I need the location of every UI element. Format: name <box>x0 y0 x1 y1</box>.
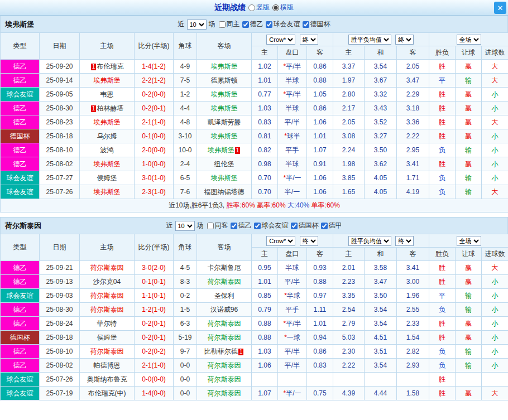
odds-stage-select[interactable]: 终 <box>300 236 318 246</box>
result-goals: 大 <box>482 387 508 400</box>
odds-company-select[interactable]: Crow* <box>266 236 295 246</box>
team-name: 汉诺威96 <box>210 306 238 313</box>
asia-handicap: 平/半 <box>278 345 307 359</box>
home-team: 埃弗斯堡 <box>80 157 135 171</box>
filter-checkbox[interactable] <box>303 21 309 28</box>
match-score: 1-4(0-0) <box>135 387 174 400</box>
result-goals: 小 <box>482 171 508 185</box>
asia-handicap <box>278 373 307 387</box>
corner-count: 1-2 <box>174 88 197 102</box>
result-outcome: 负 <box>429 345 456 359</box>
odds-stage-select[interactable]: 终 <box>300 35 318 45</box>
team-name: 纽伦堡 <box>214 160 234 168</box>
home-team: 荷尔斯泰因 <box>80 289 135 303</box>
col-home: 主场 <box>80 234 135 261</box>
asia-away-odds: 0.83 <box>307 359 333 373</box>
league-badge: 德国杯 <box>1 129 40 143</box>
col-result-handicap: 让球 <box>456 248 482 261</box>
scope-select[interactable]: 全场 <box>457 236 481 246</box>
matches-table-1: 类型 日期 主场 比分(半场) 角球 客场 Crow* 终 胜平负均值 终 全场 <box>0 32 508 213</box>
team-header-2: 荷尔斯泰因 近 10 场 同客德乙球会友谊德国杯德甲 <box>0 217 508 234</box>
match-row: 德乙25-09-21荷尔斯泰因3-0(2-0)4-5卡尔斯鲁厄0.95半球0.9… <box>1 261 508 275</box>
home-team: 埃弗斯堡 <box>80 115 135 129</box>
result-outcome: 胜 <box>429 331 456 345</box>
result-handicap: 赢 <box>456 331 482 345</box>
europe-odds-select[interactable]: 胜平负均值 <box>348 35 391 45</box>
match-date: 25-09-14 <box>40 74 80 88</box>
match-count-select[interactable]: 10 <box>187 20 207 30</box>
summary-row: 近10场,胜6平1负3, 胜率:60% 赢率:60% 大:40% 单率:60% <box>1 199 508 213</box>
filter-同客[interactable]: 同客 <box>207 221 228 230</box>
result-handicap: 赢 <box>456 88 482 102</box>
filter-德乙[interactable]: 德乙 <box>242 20 263 29</box>
away-team: 纽伦堡 <box>197 157 252 171</box>
match-date: 25-09-21 <box>40 261 80 275</box>
filter-checkbox[interactable] <box>321 223 328 229</box>
league-badge: 德乙 <box>1 359 40 373</box>
europe-stage-select[interactable]: 终 <box>395 236 414 246</box>
corner-count: 0-2 <box>174 289 197 303</box>
match-date: 25-08-24 <box>40 317 80 331</box>
team-name: 乌尔姆 <box>97 132 117 140</box>
filter-德甲[interactable]: 德甲 <box>321 221 342 230</box>
filter-label: 球会友谊 <box>262 221 289 230</box>
odds-company-select[interactable]: Crow* <box>266 35 295 45</box>
corner-count: 4-8 <box>174 115 197 129</box>
league-filters: 同主德乙球会友谊德国杯 <box>217 20 330 29</box>
team-name: 埃弗斯堡 <box>211 174 238 182</box>
filter-checkbox[interactable] <box>231 223 237 229</box>
away-team: 汉诺威96 <box>197 303 252 317</box>
home-team: 埃弗斯堡 <box>80 185 135 199</box>
euro-draw-odds: 4.44 <box>365 387 397 400</box>
league-badge: 德乙 <box>1 143 40 157</box>
euro-draw-odds: 4.05 <box>365 185 397 199</box>
close-button[interactable]: ✕ <box>494 2 506 14</box>
corner-count: 4-4 <box>174 102 197 115</box>
filter-checkbox[interactable] <box>219 21 226 28</box>
col-corner: 角球 <box>174 33 197 60</box>
result-handicap: 赢 <box>456 157 482 171</box>
filter-checkbox[interactable] <box>291 223 298 229</box>
team-name: 荷尔斯泰因 <box>208 375 241 383</box>
filter-label: 德乙 <box>250 20 263 29</box>
europe-stage-select[interactable]: 终 <box>395 35 414 45</box>
euro-home-odds: 2.23 <box>333 275 365 289</box>
filter-label: 球会友谊 <box>274 20 300 29</box>
star-mark: * <box>284 334 287 341</box>
filter-德国杯[interactable]: 德国杯 <box>291 221 319 230</box>
euro-away-odds: 3.41 <box>397 157 429 171</box>
league-badge: 德乙 <box>1 317 40 331</box>
euro-draw-odds: 3.52 <box>365 115 397 129</box>
match-score: 0-1(0-1) <box>135 275 174 289</box>
asia-handicap: 半球 <box>278 102 307 115</box>
asia-away-odds: 1.01 <box>307 129 333 143</box>
filter-checkbox[interactable] <box>242 21 249 28</box>
col-euro-home: 主 <box>333 46 365 60</box>
europe-odds-select[interactable]: 胜平负均值 <box>348 236 391 246</box>
view-option-horizontal[interactable]: 横版 <box>272 3 294 12</box>
filter-德国杯[interactable]: 德国杯 <box>303 20 330 29</box>
filter-同主[interactable]: 同主 <box>219 20 240 29</box>
filter-球会友谊[interactable]: 球会友谊 <box>254 221 289 230</box>
col-date: 日期 <box>40 33 80 60</box>
asia-odds-group: Crow* 终 <box>252 33 333 46</box>
asia-away-odds: 1.06 <box>307 185 333 199</box>
horizontal-radio[interactable] <box>272 4 279 11</box>
filter-checkbox[interactable] <box>254 223 261 229</box>
match-count-select[interactable]: 10 <box>175 221 195 231</box>
result-goals: 小 <box>482 303 508 317</box>
euro-away-odds <box>397 373 429 387</box>
scope-select[interactable]: 全场 <box>457 35 481 45</box>
vertical-radio[interactable] <box>248 4 255 11</box>
col-result-handicap: 让球 <box>456 46 482 60</box>
home-team: 1柏林赫塔 <box>80 102 135 115</box>
filter-德乙[interactable]: 德乙 <box>231 221 252 230</box>
team-name: 埃弗斯堡 <box>211 132 238 140</box>
filter-球会友谊[interactable]: 球会友谊 <box>266 20 300 29</box>
asia-away-odds: 1.07 <box>307 143 333 157</box>
filter-checkbox[interactable] <box>207 223 214 229</box>
result-goals: 小 <box>482 143 508 157</box>
view-option-vertical[interactable]: 竖版 <box>248 3 270 12</box>
away-team: 卡尔斯鲁厄 <box>197 261 252 275</box>
filter-checkbox[interactable] <box>266 21 272 28</box>
